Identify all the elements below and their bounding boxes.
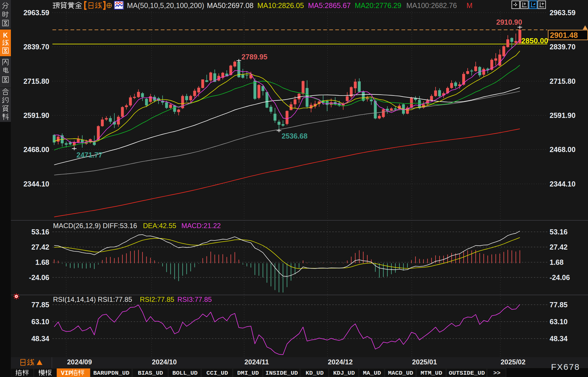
svg-text:2789.95: 2789.95 bbox=[242, 53, 267, 61]
svg-text:2910.90: 2910.90 bbox=[496, 18, 522, 26]
svg-text:MA20:2776.29: MA20:2776.29 bbox=[355, 1, 401, 9]
svg-text:K: K bbox=[3, 32, 8, 39]
svg-text:2591.90: 2591.90 bbox=[550, 111, 575, 119]
svg-text:BARUPDN_UD: BARUPDN_UD bbox=[93, 370, 129, 376]
svg-text:-24.06: -24.06 bbox=[550, 273, 570, 281]
svg-text:MACD_UD: MACD_UD bbox=[388, 370, 413, 376]
svg-text:2839.70: 2839.70 bbox=[550, 43, 575, 51]
svg-text:2536.68: 2536.68 bbox=[282, 132, 307, 140]
svg-text:77.85: 77.85 bbox=[31, 301, 49, 309]
svg-text:2850.00: 2850.00 bbox=[521, 36, 548, 45]
svg-text:MA(50,10,5,20,100,200): MA(50,10,5,20,100,200) bbox=[127, 1, 204, 9]
svg-text:MA5:2865.67: MA5:2865.67 bbox=[308, 1, 351, 9]
svg-text:MA_UD: MA_UD bbox=[363, 370, 381, 376]
svg-text:M: M bbox=[467, 1, 473, 9]
svg-text:2025/01: 2025/01 bbox=[412, 358, 437, 366]
svg-text:2024/10: 2024/10 bbox=[152, 358, 177, 366]
svg-text:MA10:2826.05: MA10:2826.05 bbox=[257, 1, 304, 9]
svg-text:48.34: 48.34 bbox=[550, 335, 568, 343]
svg-text:2024/09: 2024/09 bbox=[67, 358, 92, 366]
svg-text:63.10: 63.10 bbox=[31, 318, 49, 326]
svg-text:INSIDE_UD: INSIDE_UD bbox=[265, 370, 298, 376]
svg-text:MA50:2697.08: MA50:2697.08 bbox=[207, 1, 254, 9]
svg-text:2963.59: 2963.59 bbox=[550, 9, 575, 17]
svg-text:1.68: 1.68 bbox=[35, 258, 49, 266]
svg-text:BOLL_UD: BOLL_UD bbox=[172, 370, 197, 376]
svg-text:2344.10: 2344.10 bbox=[23, 180, 49, 188]
svg-text:2963.59: 2963.59 bbox=[23, 9, 49, 17]
svg-text:DMI_UD: DMI_UD bbox=[237, 370, 259, 376]
svg-text:-24.06: -24.06 bbox=[29, 273, 49, 281]
svg-text:OUTSIDE_UD: OUTSIDE_UD bbox=[449, 370, 485, 376]
svg-text:RSI(14,14,14) RSI1:77.85: RSI(14,14,14) RSI1:77.85 bbox=[53, 296, 132, 303]
svg-text:2715.80: 2715.80 bbox=[550, 77, 575, 85]
svg-text:2471.77: 2471.77 bbox=[77, 151, 102, 159]
svg-text:RSI2:77.85: RSI2:77.85 bbox=[140, 296, 174, 303]
svg-text:2024/11: 2024/11 bbox=[244, 358, 269, 366]
svg-text:RSI3:77.85: RSI3:77.85 bbox=[177, 296, 212, 303]
svg-text:27.42: 27.42 bbox=[550, 243, 568, 251]
svg-text:2344.10: 2344.10 bbox=[550, 180, 575, 188]
svg-text:1.68: 1.68 bbox=[550, 258, 564, 266]
svg-text:MACD(26,12,9) DIFF:53.16: MACD(26,12,9) DIFF:53.16 bbox=[53, 222, 137, 230]
svg-text:>>: >> bbox=[493, 370, 500, 376]
svg-text:2024/12: 2024/12 bbox=[328, 358, 353, 366]
svg-text:MA100:2682.76: MA100:2682.76 bbox=[406, 1, 457, 9]
svg-text:VIP: VIP bbox=[61, 370, 72, 377]
svg-text:2715.80: 2715.80 bbox=[23, 77, 49, 85]
svg-text:2839.70: 2839.70 bbox=[23, 43, 49, 51]
svg-text:2901.48: 2901.48 bbox=[550, 31, 578, 40]
svg-text:53.16: 53.16 bbox=[550, 228, 568, 236]
svg-text:MTM_UD: MTM_UD bbox=[421, 370, 442, 376]
svg-text:KDJ_UD: KDJ_UD bbox=[333, 370, 355, 376]
svg-text:KD_UD: KD_UD bbox=[305, 370, 324, 376]
svg-text:CCI_UD: CCI_UD bbox=[206, 370, 228, 376]
svg-text:2591.90: 2591.90 bbox=[23, 111, 49, 119]
svg-text:BIAS_UD: BIAS_UD bbox=[138, 370, 163, 376]
svg-text:FX678: FX678 bbox=[551, 362, 580, 372]
svg-text:48.34: 48.34 bbox=[31, 335, 49, 343]
svg-text:77.85: 77.85 bbox=[550, 301, 568, 309]
svg-text:53.16: 53.16 bbox=[31, 228, 49, 236]
svg-text:27.42: 27.42 bbox=[31, 243, 49, 251]
svg-text:DEA:42.55: DEA:42.55 bbox=[143, 222, 176, 230]
svg-text:MACD:21.22: MACD:21.22 bbox=[181, 222, 221, 230]
svg-text:63.10: 63.10 bbox=[550, 318, 568, 326]
svg-text:2468.00: 2468.00 bbox=[23, 145, 49, 153]
svg-text:2468.00: 2468.00 bbox=[550, 145, 575, 153]
svg-text:2025/02: 2025/02 bbox=[501, 358, 526, 366]
